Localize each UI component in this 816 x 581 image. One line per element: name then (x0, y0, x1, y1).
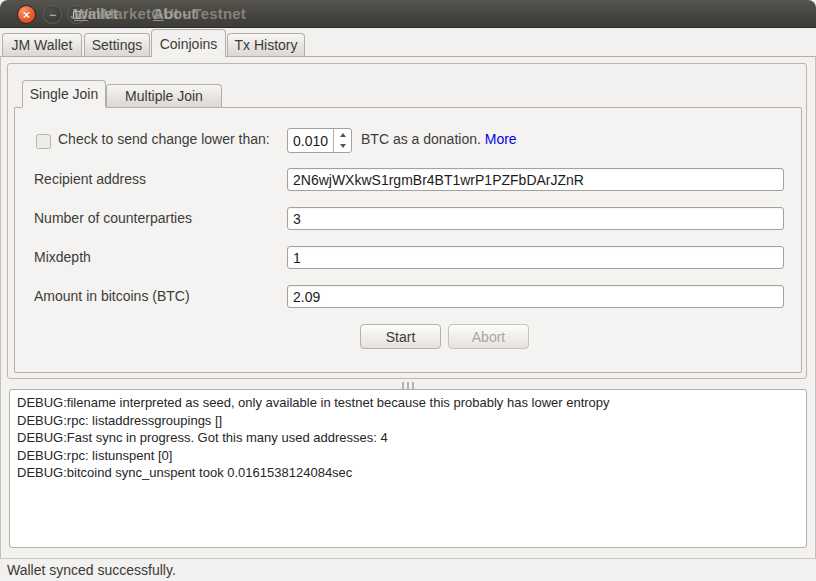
statusbar: Wallet synced successfully. (0, 558, 816, 581)
menu-item-wallet[interactable]: Wallet (74, 0, 118, 28)
tab-jm-wallet[interactable]: JM Wallet (2, 33, 82, 56)
mixdepth-label: Mixdepth (34, 249, 91, 265)
amount-label: Amount in bitcoins (BTC) (34, 288, 190, 304)
amount-input[interactable] (287, 285, 784, 308)
abort-button[interactable]: Abort (448, 324, 529, 349)
menu-about-mnemonic: A (153, 5, 164, 22)
subtab-single-join[interactable]: Single Join (22, 80, 106, 107)
app-window: × − JoinMarketGUI - Testnet Wallet About… (0, 0, 816, 581)
counterparties-input[interactable] (287, 207, 784, 230)
close-icon: × (23, 9, 30, 21)
titlebar: × − JoinMarketGUI - Testnet Wallet About (0, 0, 816, 28)
start-button[interactable]: Start (360, 324, 441, 349)
splitter-grip-icon (412, 382, 414, 389)
spin-up-icon (340, 133, 346, 137)
recipient-address-label: Recipient address (34, 171, 146, 187)
subtab-multiple-join[interactable]: Multiple Join (106, 84, 222, 107)
log-line: DEBUG:rpc: listunspent [0] (17, 447, 799, 465)
tab-tx-history[interactable]: Tx History (227, 33, 305, 56)
menu-about-rest: bout (164, 5, 196, 22)
menu-wallet-mnemonic: W (74, 5, 88, 22)
spin-down-button[interactable] (334, 141, 351, 153)
donation-checkbox[interactable] (36, 134, 51, 149)
spin-buttons (333, 129, 351, 152)
donation-suffix-row: BTC as a donation. More (361, 131, 517, 147)
tab-settings[interactable]: Settings (84, 33, 150, 56)
donation-more-link[interactable]: More (485, 131, 517, 147)
log-line: DEBUG:rpc: listaddressgroupings [] (17, 412, 799, 430)
splitter-grip-icon (402, 382, 404, 389)
donation-suffix-text: BTC as a donation. (361, 131, 481, 147)
spin-down-icon (340, 144, 346, 148)
minimize-icon: − (49, 9, 56, 21)
menu-wallet-rest: allet (88, 5, 118, 22)
log-line: DEBUG:filename interpreted as seed, only… (17, 394, 799, 412)
splitter-grip-icon (407, 382, 409, 389)
main-tabbar: JM Wallet Settings Coinjoins Tx History (0, 28, 816, 57)
tab-coinjoins[interactable]: Coinjoins (151, 29, 226, 57)
log-line: DEBUG:Fast sync in progress. Got this ma… (17, 429, 799, 447)
log-line: DEBUG:bitcoind sync_unspent took 0.01615… (17, 464, 799, 482)
spin-up-button[interactable] (334, 129, 351, 141)
donation-checkbox-label[interactable]: Check to send change lower than: (58, 131, 270, 147)
status-text: Wallet synced successfully. (0, 562, 176, 578)
counterparties-label: Number of counterparties (34, 210, 192, 226)
debug-log[interactable]: DEBUG:filename interpreted as seed, only… (9, 389, 807, 548)
mixdepth-input[interactable] (287, 246, 784, 269)
minimize-button[interactable]: − (43, 5, 62, 24)
donation-amount-spinbox (287, 128, 352, 153)
close-button[interactable]: × (17, 5, 36, 24)
recipient-address-input[interactable] (287, 168, 784, 191)
menu-item-about[interactable]: About (153, 0, 196, 28)
donation-amount-input[interactable] (288, 129, 333, 152)
